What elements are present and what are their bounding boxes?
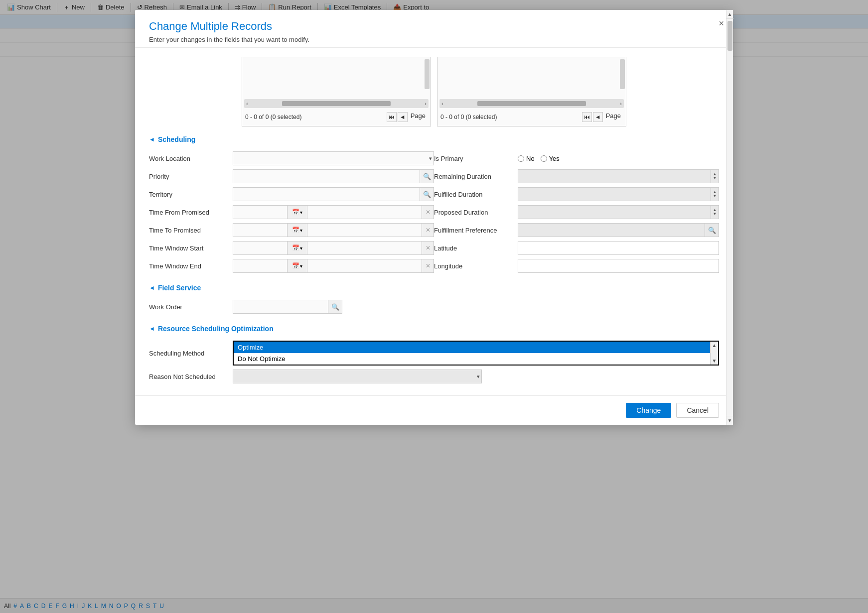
work-order-lookup-btn[interactable]: 🔍: [328, 300, 342, 314]
scheduling-option-do-not-optimize[interactable]: Do Not Optimize: [234, 353, 718, 365]
time-window-start-field: 📅 ▾ ✕: [233, 241, 434, 255]
scheduling-right-column: Is Primary No Yes: [434, 149, 719, 275]
rso-collapse-icon[interactable]: ◄: [149, 325, 155, 332]
is-primary-yes-radio[interactable]: [541, 155, 547, 162]
time-from-promised-date-input[interactable]: [233, 205, 288, 219]
modal-scroll-up-btn[interactable]: ▲: [726, 10, 733, 19]
time-from-promised-time-input[interactable]: [307, 205, 422, 219]
fulfillment-preference-lookup-btn[interactable]: 🔍: [705, 223, 719, 237]
fulfilled-duration-down-icon: ▼: [713, 194, 717, 198]
lookup-panel-2-scrollbar-thumb: [477, 101, 585, 106]
field-service-collapse-icon[interactable]: ◄: [149, 284, 155, 291]
fulfillment-preference-field: 🔍: [518, 223, 719, 237]
work-location-select[interactable]: [233, 151, 434, 165]
rso-section-header: ◄ Resource Scheduling Optimization: [149, 325, 719, 333]
lookup-panel-1-first-btn[interactable]: ⏮: [387, 112, 397, 122]
time-from-promised-clear-btn[interactable]: ✕: [422, 205, 434, 219]
is-primary-no-option[interactable]: No: [518, 155, 535, 162]
close-button[interactable]: ×: [719, 19, 724, 28]
lookup-panel-2: ‹ › 0 - 0 of 0 (0 selected) ⏮ ◄ Page: [437, 57, 626, 126]
time-to-promised-time-input[interactable]: [307, 223, 422, 237]
time-window-start-time-input[interactable]: [307, 241, 422, 255]
territory-field: 🔍: [233, 187, 434, 201]
field-service-section-label: Field Service: [158, 284, 201, 292]
lookup-panel-1-scroll-right[interactable]: ›: [425, 101, 427, 107]
time-to-promised-clear-btn[interactable]: ✕: [422, 223, 434, 237]
lookup-panel-1-page-label: Page: [409, 112, 428, 122]
lookup-panel-1-footer: 0 - 0 of 0 (0 selected) ⏮ ◄ Page: [242, 110, 431, 123]
time-window-start-label: Time Window Start: [149, 245, 229, 252]
fulfillment-preference-input[interactable]: [518, 223, 705, 237]
scheduling-scroll-up-icon[interactable]: ▲: [712, 343, 717, 348]
remaining-duration-label: Remaining Duration: [434, 173, 514, 180]
lookup-panel-1-nav: ⏮ ◄ Page: [387, 112, 428, 122]
scheduling-left-column: Work Location ▾ Priority 🔍: [149, 149, 434, 275]
longitude-row: Longitude: [434, 257, 719, 275]
lookup-panels-area: ‹ › 0 - 0 of 0 (0 selected) ⏮ ◄ Page: [149, 57, 719, 126]
reason-not-scheduled-label: Reason Not Scheduled: [149, 373, 229, 380]
time-to-promised-row: Time To Promised 📅 ▾ ✕: [149, 221, 434, 239]
priority-search-icon: 🔍: [423, 173, 431, 180]
work-location-row: Work Location ▾: [149, 149, 434, 167]
lookup-panel-1-scroll-left[interactable]: ‹: [246, 101, 248, 107]
lookup-panel-2-scroll-left[interactable]: ‹: [441, 101, 443, 107]
modal-footer: Change Cancel: [135, 395, 733, 425]
latitude-input[interactable]: [518, 241, 719, 255]
is-primary-yes-option[interactable]: Yes: [541, 155, 560, 162]
reason-not-scheduled-select[interactable]: [233, 369, 482, 383]
priority-lookup-btn[interactable]: 🔍: [420, 169, 434, 183]
scheduling-option-optimize[interactable]: Optimize: [234, 342, 718, 353]
fulfilled-duration-scroll[interactable]: ▲ ▼: [711, 187, 719, 201]
time-window-start-date-input[interactable]: [233, 241, 288, 255]
time-window-end-calendar-icon[interactable]: 📅 ▾: [288, 259, 307, 273]
fulfillment-preference-search-icon: 🔍: [708, 227, 716, 234]
scheduling-form-grid: Work Location ▾ Priority 🔍: [149, 149, 719, 275]
priority-input[interactable]: [233, 169, 420, 183]
time-from-promised-dropdown-icon: ▾: [300, 210, 302, 215]
modal-scroll-down-btn[interactable]: ▼: [726, 416, 733, 425]
time-to-promised-calendar-icon[interactable]: 📅 ▾: [288, 223, 307, 237]
change-button[interactable]: Change: [626, 403, 671, 418]
time-window-end-date-input[interactable]: [233, 259, 288, 273]
modal-scrollbar: ▲ ▼: [726, 10, 733, 425]
remaining-duration-scroll[interactable]: ▲ ▼: [711, 169, 719, 183]
lookup-panel-2-prev-btn[interactable]: ◄: [593, 112, 603, 122]
time-window-end-clear-btn[interactable]: ✕: [422, 259, 434, 273]
modal-scrollbar-thumb[interactable]: [727, 21, 732, 51]
remaining-duration-input[interactable]: [518, 169, 711, 183]
longitude-label: Longitude: [434, 262, 514, 270]
lookup-panel-2-first-btn[interactable]: ⏮: [582, 112, 592, 122]
time-from-promised-calendar-icon[interactable]: 📅 ▾: [288, 205, 307, 219]
reason-not-scheduled-row: Reason Not Scheduled ▾: [149, 368, 719, 385]
cancel-button[interactable]: Cancel: [676, 403, 719, 418]
scheduling-collapse-icon[interactable]: ◄: [149, 136, 155, 143]
lookup-panel-1-prev-btn[interactable]: ◄: [398, 112, 408, 122]
territory-search-icon: 🔍: [423, 191, 431, 198]
time-window-end-row: Time Window End 📅 ▾ ✕: [149, 257, 434, 275]
time-window-start-calendar-icon[interactable]: 📅 ▾: [288, 241, 307, 255]
proposed-duration-field: ▲ ▼: [518, 205, 719, 219]
lookup-panel-2-page-label: Page: [604, 112, 623, 122]
proposed-duration-input[interactable]: [518, 205, 711, 219]
territory-row: Territory 🔍: [149, 185, 434, 203]
work-order-row: Work Order 🔍: [149, 298, 719, 316]
proposed-duration-scroll[interactable]: ▲ ▼: [711, 205, 719, 219]
time-to-promised-field: 📅 ▾ ✕: [233, 223, 434, 237]
proposed-duration-label: Proposed Duration: [434, 209, 514, 216]
time-window-start-clear-btn[interactable]: ✕: [422, 241, 434, 255]
longitude-input[interactable]: [518, 259, 719, 273]
lookup-panel-2-vscrollbar[interactable]: [620, 59, 625, 89]
lookup-panel-2-pagination: 0 - 0 of 0 (0 selected): [440, 114, 497, 121]
work-order-input[interactable]: [233, 300, 328, 314]
scheduling-scroll-down-icon[interactable]: ▼: [712, 358, 717, 364]
lookup-panel-2-scroll-right[interactable]: ›: [620, 101, 622, 107]
lookup-panel-1-vscrollbar[interactable]: [425, 59, 430, 89]
territory-lookup-btn[interactable]: 🔍: [420, 187, 434, 201]
time-to-promised-date-input[interactable]: [233, 223, 288, 237]
scheduling-method-dropdown[interactable]: Optimize Do Not Optimize ▲ ▼: [233, 341, 719, 366]
territory-input[interactable]: [233, 187, 420, 201]
is-primary-no-radio[interactable]: [518, 155, 524, 162]
work-location-label: Work Location: [149, 155, 229, 162]
fulfilled-duration-input[interactable]: [518, 187, 711, 201]
time-window-end-time-input[interactable]: [307, 259, 422, 273]
